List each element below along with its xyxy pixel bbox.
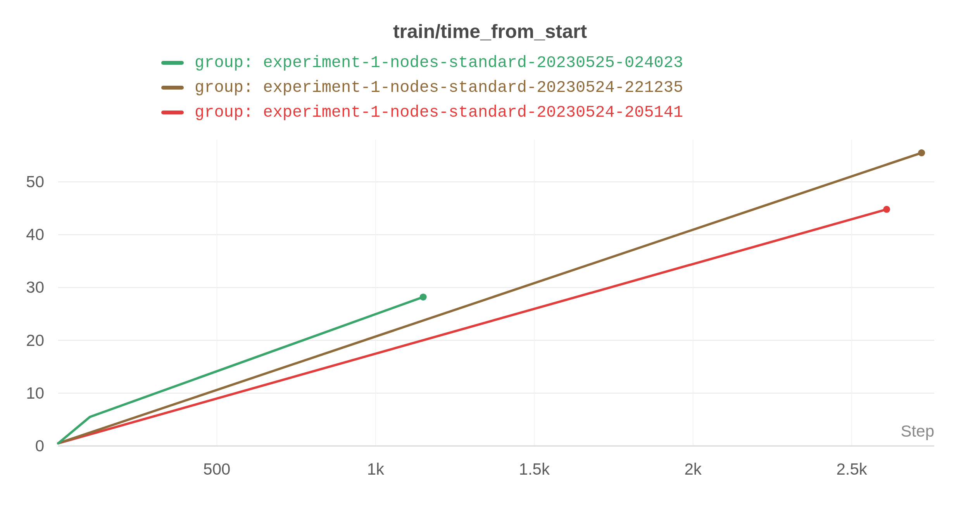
y-tick-label: 50 (26, 173, 44, 191)
y-tick-label: 40 (26, 225, 44, 244)
x-tick-label: 2k (684, 460, 701, 479)
x-axis-label: Step (901, 422, 934, 441)
x-tick-label: 1k (367, 460, 384, 479)
svg-point-14 (420, 294, 427, 301)
chart-container: train/time_from_start group: experiment-… (0, 0, 980, 515)
legend-item[interactable]: group: experiment-1-nodes-standard-20230… (161, 75, 683, 100)
chart-title: train/time_from_start (0, 20, 980, 43)
legend-item[interactable]: group: experiment-1-nodes-standard-20230… (161, 50, 683, 75)
x-tick-label: 1.5k (519, 460, 550, 479)
y-tick-label: 30 (26, 278, 44, 297)
legend-swatch-icon (161, 111, 184, 114)
plot-area: 01020304050 5001k1.5k2k2.5k Step (58, 140, 934, 446)
legend-item[interactable]: group: experiment-1-nodes-standard-20230… (161, 100, 683, 125)
svg-point-12 (883, 206, 890, 213)
legend-swatch-icon (161, 86, 184, 90)
y-tick-label: 10 (26, 384, 44, 403)
y-tick-label: 0 (35, 437, 44, 455)
legend: group: experiment-1-nodes-standard-20230… (161, 50, 683, 125)
x-tick-label: 500 (203, 460, 230, 479)
plot-svg (58, 140, 934, 446)
legend-label: group: experiment-1-nodes-standard-20230… (195, 103, 683, 122)
legend-label: group: experiment-1-nodes-standard-20230… (195, 78, 683, 97)
legend-swatch-icon (161, 61, 184, 65)
y-tick-label: 20 (26, 331, 44, 350)
x-tick-label: 2.5k (836, 460, 867, 479)
svg-point-13 (918, 149, 925, 156)
legend-label: group: experiment-1-nodes-standard-20230… (195, 54, 683, 72)
